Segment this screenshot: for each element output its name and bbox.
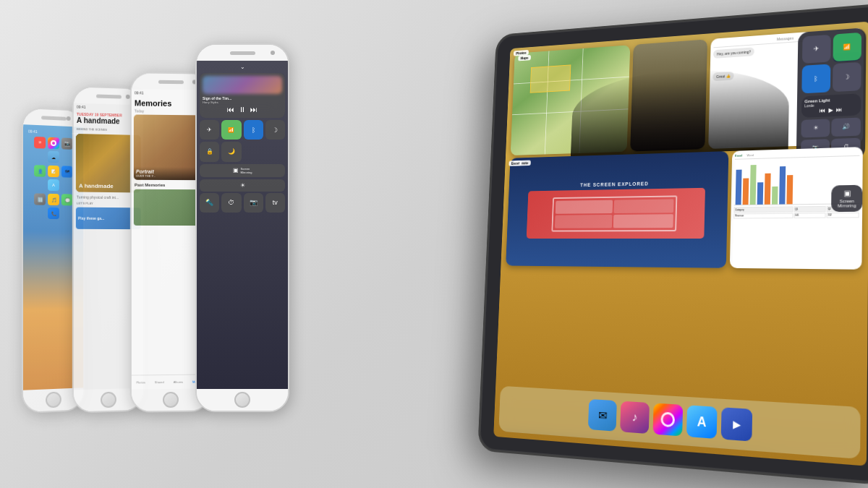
app-icon-phone[interactable]: 📞 (48, 207, 59, 219)
ipad-top-app-row: Maps Photos Messages (506, 21, 868, 158)
app-icon-camera[interactable]: 📷 (61, 137, 73, 150)
scene: 09:41 ●●● 19 📷 (0, 0, 868, 488)
excel-row-2: Revenue 245 312 (733, 212, 859, 218)
iphone-controlcenter: ⌄ Sign of the Tim... Harry Styles ⏮ (195, 43, 289, 412)
front-camera-4 (271, 51, 275, 55)
speaker-grille-4 (230, 51, 255, 55)
cc-lock-rotation-btn[interactable]: 🔒 (200, 142, 219, 161)
speaker-grille-3 (158, 80, 183, 83)
ipad-mid-app-row: THE SCREEN EXPLORED (501, 146, 868, 269)
chart-bar-7 (779, 166, 786, 204)
cc-wide-row: ▣ ScreenMirroring ☀ (200, 164, 285, 192)
iphone-top-bar-4 (197, 45, 288, 61)
cc-wifi-btn[interactable]: 📶 (221, 120, 241, 140)
cc-moon-btn[interactable]: 🌙 (221, 142, 241, 161)
today-card-headline: A handmade (79, 182, 114, 189)
speaker-grille (41, 116, 67, 121)
front-camera (67, 116, 71, 121)
speaker-grille-2 (96, 94, 122, 98)
ipad-brightness-row: ☀ 🔊 (801, 117, 861, 137)
cc-bottom-grid: 🔦 ⏱ 📷 tv (200, 193, 285, 213)
app-icon-notes[interactable]: 📝 (48, 166, 59, 177)
chart-bar-4 (757, 182, 764, 204)
app-icon-appstore[interactable]: A (48, 179, 59, 191)
home-button-2[interactable] (101, 392, 116, 408)
chart-bar-8 (786, 175, 793, 204)
ipad-volume-btn[interactable]: 🔊 (831, 117, 861, 137)
cc-brightness-btn[interactable]: ☀ (200, 179, 285, 192)
tab-shared[interactable]: Shared (155, 380, 164, 384)
iphone-bottom-bar-4 (197, 389, 288, 411)
ipad-screen: Maps Photos Messages (493, 21, 868, 466)
cc-dnd-btn[interactable]: ☽ (265, 120, 285, 140)
home-button[interactable] (46, 392, 61, 408)
screen-mirror-icon: ▣ (838, 189, 856, 197)
ipad-brightness-btn[interactable]: ☀ (801, 119, 830, 137)
cc-airplane-btn[interactable]: ✈ (200, 120, 219, 140)
ipad-wrapper: Maps Photos Messages (477, 3, 868, 486)
app-icon-calendar[interactable]: 19 (34, 137, 46, 149)
cc-playback-controls[interactable]: ⏮ ⏸ ⏭ (203, 104, 282, 115)
maps-app-label: Maps (518, 54, 531, 60)
keynote-diagram (527, 188, 706, 239)
cc-music-info: Sign of the Tim... Harry Styles (203, 96, 282, 104)
ipad-keynote-thumb[interactable]: THE SCREEN EXPLORED (506, 151, 728, 268)
dock-app-mail[interactable]: ✉ (588, 399, 617, 432)
ipad-play-btn[interactable]: ▶ (828, 106, 833, 114)
ipad-cc-moon[interactable]: ☽ (832, 62, 861, 92)
home-button-4[interactable] (234, 392, 250, 408)
cc-camera-btn[interactable]: 📷 (244, 193, 263, 213)
home-button-3[interactable] (163, 392, 179, 408)
cc-prev-button[interactable]: ⏮ (227, 106, 234, 114)
ipad-cc-main-grid: ✈ 📶 ᛒ ☽ (801, 32, 861, 93)
chart-bar-2 (743, 179, 749, 205)
chart-bar-5 (765, 174, 771, 204)
ipad-cc-airplane[interactable]: ✈ (802, 34, 830, 64)
cc-timer-btn[interactable]: ⏱ (221, 193, 241, 213)
cc-main-grid: ✈ 📶 ᛒ ☽ (200, 120, 285, 140)
chart-bar-1 (736, 170, 742, 205)
cc-flashlight-btn[interactable]: 🔦 (200, 193, 219, 213)
ipad-music-widget: Green Light Lorde ⏮ ▶ ⏭ (801, 93, 861, 118)
screen-mirroring-label: Screen Mirroring (838, 198, 856, 207)
dock-app-keynote[interactable]: ▶ (721, 407, 753, 441)
chart-bar-3 (750, 165, 757, 204)
cc-screen-mirror-btn[interactable]: ▣ ScreenMirroring (200, 164, 285, 177)
cc-album-art (203, 76, 282, 94)
app-icon-contacts[interactable]: 👤 (34, 165, 46, 177)
cc-next-button[interactable]: ⏭ (250, 106, 258, 114)
ipad-prev-btn[interactable]: ⏮ (820, 107, 825, 114)
tab-albums[interactable]: Albums (174, 380, 183, 384)
dock-app-appstore[interactable]: A (686, 405, 718, 439)
message-incoming-1: Hey, are you coming? (713, 47, 754, 59)
iphone-group: 09:41 ●●● 19 📷 (22, 43, 289, 412)
ipad-photos-thumb[interactable]: Photos (630, 39, 707, 151)
cc-pause-button[interactable]: ⏸ (239, 106, 246, 114)
tab-photos[interactable]: Photos (136, 380, 145, 384)
keynote-slide-content: THE SCREEN EXPLORED (506, 151, 728, 268)
app-icon-itunes[interactable]: 🎵 (48, 194, 59, 205)
app-icon-calculator[interactable]: 🔢 (34, 193, 46, 205)
ipad-cc-wifi[interactable]: 📶 (833, 32, 861, 61)
dock-app-music[interactable]: ♪ (620, 401, 650, 434)
app-icon-maps[interactable]: 🗺 (61, 166, 73, 177)
app-icon-messages[interactable]: 💬 (61, 194, 73, 205)
screen-mirroring-badge[interactable]: ▣ Screen Mirroring (831, 184, 862, 211)
ipad-next-btn[interactable]: ⏭ (836, 106, 843, 114)
app-icon-weather[interactable]: ☁ (48, 151, 59, 163)
ipad-control-panel: ✈ 📶 ᛒ ☽ Green Light Lorde ⏮ ▶ ⏭ (796, 27, 867, 160)
cc-music-widget: Sign of the Tim... Harry Styles ⏮ ⏸ ⏭ (200, 73, 285, 118)
cc-appletv-btn[interactable]: tv (265, 193, 285, 213)
control-center-screen: ⌄ Sign of the Tim... Harry Styles ⏮ (197, 61, 288, 389)
app-icon-photos[interactable] (48, 137, 59, 150)
cc-chevron-icon[interactable]: ⌄ (197, 61, 288, 72)
keynote-grid-diagram (552, 195, 677, 231)
chart-bar-6 (772, 187, 778, 204)
cc-bluetooth-btn[interactable]: ᛒ (244, 120, 263, 140)
keynote-slide-title: THE SCREEN EXPLORED (580, 181, 649, 188)
ipad-cc-bluetooth[interactable]: ᛒ (801, 64, 830, 93)
cc-second-grid: 🔒 🌙 (200, 142, 285, 161)
ipad-device: Maps Photos Messages (477, 3, 868, 486)
dock-app-photos[interactable] (652, 403, 683, 436)
